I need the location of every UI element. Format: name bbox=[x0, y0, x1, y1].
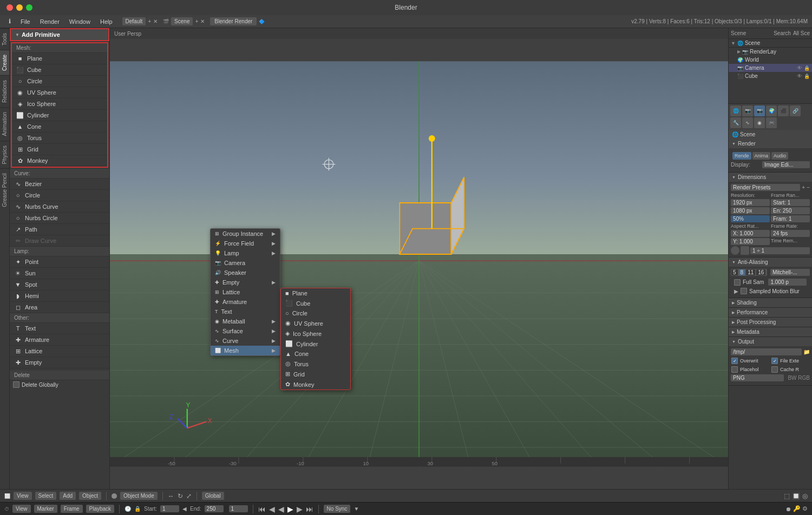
nurbs-circle-item[interactable]: ○ Nurbs Circle bbox=[10, 213, 109, 224]
skip-start-btn[interactable]: ⏮ bbox=[258, 505, 266, 513]
force-field-item[interactable]: ⚡ Force Field ▶ bbox=[211, 239, 280, 248]
performance-header[interactable]: Performance bbox=[729, 308, 812, 317]
mesh-add-item[interactable]: ⬜ Mesh ▶ bbox=[211, 346, 280, 355]
layers-icon[interactable]: ⬚ bbox=[784, 492, 790, 500]
prev-frame-btn[interactable]: ◀ bbox=[269, 505, 275, 513]
render-tab-render[interactable]: Rende bbox=[732, 152, 751, 160]
surface-item[interactable]: ∿ Surface ▶ bbox=[211, 326, 280, 336]
mode-selector[interactable]: Object Mode bbox=[120, 492, 158, 500]
plus-icon[interactable]: + bbox=[802, 184, 805, 190]
key-icon[interactable]: 🔑 bbox=[793, 505, 801, 512]
mesh-cube-item[interactable]: ⬛ Cube bbox=[12, 64, 107, 76]
sub-cylinder-item[interactable]: ⬜ Cylinder bbox=[281, 339, 350, 349]
motion-blur-expand[interactable]: ▶ bbox=[734, 288, 738, 294]
curve-circle-item[interactable]: ○ Circle bbox=[10, 190, 109, 201]
play-btn[interactable]: ▶ bbox=[287, 505, 293, 513]
sub-torus-item[interactable]: ◎ Torus bbox=[281, 359, 350, 369]
cube-outliner-item[interactable]: ⬛ Cube 👁 🔒 bbox=[729, 72, 812, 80]
delete-globally-checkbox[interactable] bbox=[13, 381, 19, 388]
window-menu-item[interactable]: Window bbox=[65, 17, 95, 26]
sub-cone-item[interactable]: ▲ Cone bbox=[281, 349, 350, 359]
motion-blur-checkbox[interactable] bbox=[741, 288, 747, 294]
tab-create[interactable]: Create bbox=[0, 50, 9, 75]
select-toolbar-btn[interactable]: Select bbox=[35, 492, 57, 500]
add-menu-popup[interactable]: ⊞ Group Instance ▶ ⚡ Force Field ▶ 💡 Lam… bbox=[210, 228, 280, 356]
skip-end-btn[interactable]: ⏭ bbox=[306, 505, 313, 513]
timeline-settings-icon[interactable]: ⚙ bbox=[802, 505, 808, 512]
scale-icon[interactable]: ⤢ bbox=[186, 492, 192, 500]
placeholder-checkbox[interactable] bbox=[731, 366, 738, 373]
tab-grease-pencil[interactable]: Grease Pencil bbox=[0, 168, 9, 212]
renderlayer-item[interactable]: ▶ 📷 RenderLay bbox=[729, 48, 812, 56]
view-toolbar-btn[interactable]: View bbox=[14, 492, 32, 500]
sub-icosphere-item[interactable]: ◈ Ico Sphere bbox=[281, 328, 350, 339]
nurbs-curve-item[interactable]: ∿ Nurbs Curve bbox=[10, 201, 109, 213]
modifiers-props-icon[interactable]: 🔧 bbox=[730, 117, 741, 128]
scene-expand-icon[interactable]: ▼ bbox=[731, 41, 736, 46]
mesh-circle-item[interactable]: ○ Circle bbox=[12, 76, 107, 87]
maximize-button[interactable] bbox=[26, 4, 32, 11]
dimensions-header[interactable]: Dimensions bbox=[729, 173, 812, 182]
delete-globally-item[interactable]: Delete Globally bbox=[10, 380, 109, 389]
empty-item[interactable]: ✚ Empty bbox=[10, 357, 109, 368]
render-tab-anim[interactable]: Anima bbox=[752, 152, 771, 160]
armature-add-item[interactable]: ✚ Armature bbox=[211, 297, 280, 307]
snap-icon[interactable]: 🔲 bbox=[792, 492, 800, 500]
render-header[interactable]: Render bbox=[729, 139, 812, 148]
empty-add-item[interactable]: ✚ Empty ▶ bbox=[211, 278, 280, 287]
text-item[interactable]: T Text bbox=[10, 323, 109, 334]
draw-curve-item[interactable]: ✏ Draw Curve bbox=[10, 235, 109, 247]
engine-selector[interactable]: Blender Render bbox=[210, 17, 257, 25]
all-scenes-btn[interactable]: All Sce bbox=[793, 30, 810, 36]
path-item[interactable]: ↗ Path bbox=[10, 224, 109, 235]
object-toolbar-btn[interactable]: Object bbox=[79, 492, 101, 500]
mesh-monkey-item[interactable]: ✿ Monkey bbox=[12, 155, 107, 167]
output-folder-icon[interactable]: 📁 bbox=[803, 349, 810, 355]
world-props-icon[interactable]: 🌍 bbox=[766, 105, 777, 116]
lamp-area-item[interactable]: ◻ Area bbox=[10, 302, 109, 313]
sub-plane-item[interactable]: ■ Plane bbox=[281, 288, 350, 298]
end-frame-input[interactable] bbox=[205, 505, 224, 512]
scene-props-icon[interactable]: 🌐 bbox=[730, 105, 741, 116]
metaball-item[interactable]: ◉ Metaball ▶ bbox=[211, 316, 280, 326]
shading-header[interactable]: Shading bbox=[729, 298, 812, 307]
help-menu-item[interactable]: Help bbox=[96, 17, 117, 26]
post-processing-header[interactable]: Post Processing bbox=[729, 318, 812, 327]
camera-eye-icon[interactable]: 👁 bbox=[797, 65, 802, 71]
speaker-item[interactable]: 🔊 Speaker bbox=[211, 268, 280, 278]
lattice-add-item[interactable]: ⊞ Lattice bbox=[211, 287, 280, 297]
sub-uvsphere-item[interactable]: ◉ UV Sphere bbox=[281, 318, 350, 328]
text-add-item[interactable]: T Text bbox=[211, 307, 280, 316]
workspace-selector[interactable]: Default bbox=[122, 17, 146, 25]
view-btn[interactable]: Scene bbox=[731, 30, 746, 36]
minus-icon[interactable]: − bbox=[807, 184, 810, 190]
constraints-props-icon[interactable]: 🔗 bbox=[790, 105, 801, 116]
tab-tools[interactable]: Tools bbox=[0, 28, 9, 50]
object-props-icon[interactable]: ⬛ bbox=[778, 105, 789, 116]
mesh-grid-item[interactable]: ⊞ Grid bbox=[12, 144, 107, 155]
info-menu-item[interactable]: ℹ bbox=[4, 17, 15, 26]
lattice-item[interactable]: ⊞ Lattice bbox=[10, 346, 109, 357]
mesh-cone-item[interactable]: ▲ Cone bbox=[12, 121, 107, 133]
lamp-point-item[interactable]: ✦ Point bbox=[10, 256, 109, 268]
mesh-plane-item[interactable]: ■ Plane bbox=[12, 53, 107, 64]
file-menu-item[interactable]: File bbox=[16, 17, 35, 26]
metadata-header[interactable]: Metadata bbox=[729, 327, 812, 336]
mesh-uvsphere-item[interactable]: ◉ UV Sphere bbox=[12, 87, 107, 98]
file-ext-checkbox[interactable]: ✓ bbox=[771, 358, 778, 364]
sub-circle-item[interactable]: ○ Circle bbox=[281, 308, 350, 318]
scene-name[interactable]: Scene bbox=[745, 40, 760, 46]
current-frame-input[interactable] bbox=[229, 505, 248, 512]
mesh-cylinder-item[interactable]: ⬜ Cylinder bbox=[12, 110, 107, 121]
global-btn[interactable]: Global bbox=[202, 492, 224, 500]
render-props-icon[interactable]: 📷 bbox=[742, 105, 753, 116]
next-frame-btn[interactable]: ▶ bbox=[297, 505, 303, 513]
group-instance-item[interactable]: ⊞ Group Instance ▶ bbox=[211, 229, 280, 239]
overwrite-checkbox[interactable]: ✓ bbox=[731, 358, 738, 364]
render-tab-audio[interactable]: Audio bbox=[771, 152, 788, 160]
timeline-marker-btn[interactable]: Marker bbox=[34, 505, 57, 513]
no-sync-btn[interactable]: No Sync bbox=[324, 505, 351, 513]
rotate-icon[interactable]: ↻ bbox=[178, 492, 183, 500]
start-frame-input[interactable] bbox=[160, 505, 179, 512]
mesh-icosphere-item[interactable]: ◈ Ico Sphere bbox=[12, 98, 107, 110]
